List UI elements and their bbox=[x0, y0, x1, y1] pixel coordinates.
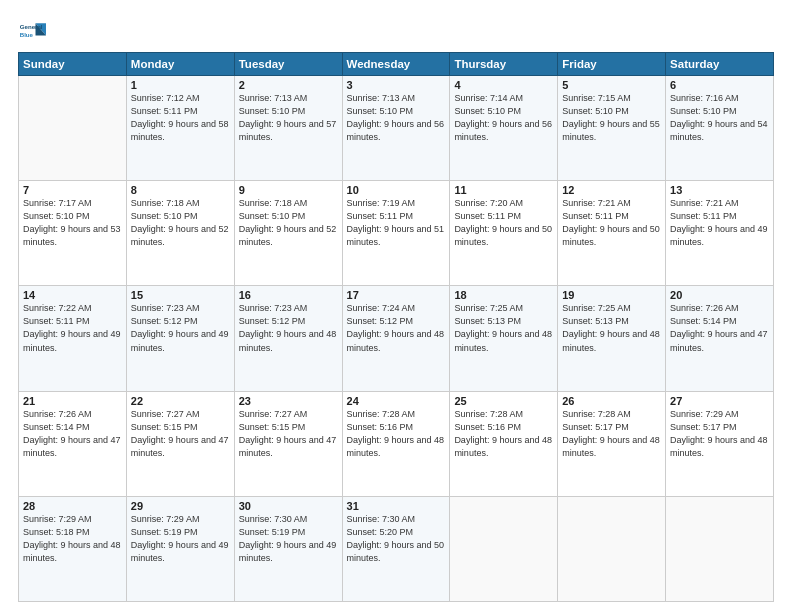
calendar-cell: 22Sunrise: 7:27 AMSunset: 5:15 PMDayligh… bbox=[126, 391, 234, 496]
calendar-cell: 14Sunrise: 7:22 AMSunset: 5:11 PMDayligh… bbox=[19, 286, 127, 391]
day-detail: Sunrise: 7:26 AMSunset: 5:14 PMDaylight:… bbox=[670, 302, 769, 354]
day-number: 19 bbox=[562, 289, 661, 301]
day-detail: Sunrise: 7:29 AMSunset: 5:19 PMDaylight:… bbox=[131, 513, 230, 565]
day-detail: Sunrise: 7:23 AMSunset: 5:12 PMDaylight:… bbox=[131, 302, 230, 354]
day-detail: Sunrise: 7:20 AMSunset: 5:11 PMDaylight:… bbox=[454, 197, 553, 249]
day-number: 17 bbox=[347, 289, 446, 301]
logo: General Blue bbox=[18, 18, 46, 46]
day-detail: Sunrise: 7:21 AMSunset: 5:11 PMDaylight:… bbox=[562, 197, 661, 249]
day-number: 26 bbox=[562, 395, 661, 407]
day-number: 31 bbox=[347, 500, 446, 512]
logo-icon: General Blue bbox=[18, 18, 46, 46]
day-detail: Sunrise: 7:14 AMSunset: 5:10 PMDaylight:… bbox=[454, 92, 553, 144]
day-number: 24 bbox=[347, 395, 446, 407]
calendar-cell: 25Sunrise: 7:28 AMSunset: 5:16 PMDayligh… bbox=[450, 391, 558, 496]
day-number: 2 bbox=[239, 79, 338, 91]
day-detail: Sunrise: 7:13 AMSunset: 5:10 PMDaylight:… bbox=[347, 92, 446, 144]
calendar-body: 1Sunrise: 7:12 AMSunset: 5:11 PMDaylight… bbox=[19, 76, 774, 602]
calendar-week-5: 28Sunrise: 7:29 AMSunset: 5:18 PMDayligh… bbox=[19, 496, 774, 601]
calendar-cell: 31Sunrise: 7:30 AMSunset: 5:20 PMDayligh… bbox=[342, 496, 450, 601]
day-detail: Sunrise: 7:30 AMSunset: 5:20 PMDaylight:… bbox=[347, 513, 446, 565]
day-detail: Sunrise: 7:25 AMSunset: 5:13 PMDaylight:… bbox=[562, 302, 661, 354]
calendar-cell: 1Sunrise: 7:12 AMSunset: 5:11 PMDaylight… bbox=[126, 76, 234, 181]
day-detail: Sunrise: 7:28 AMSunset: 5:17 PMDaylight:… bbox=[562, 408, 661, 460]
day-number: 7 bbox=[23, 184, 122, 196]
day-detail: Sunrise: 7:24 AMSunset: 5:12 PMDaylight:… bbox=[347, 302, 446, 354]
day-number: 20 bbox=[670, 289, 769, 301]
calendar-cell: 18Sunrise: 7:25 AMSunset: 5:13 PMDayligh… bbox=[450, 286, 558, 391]
day-detail: Sunrise: 7:16 AMSunset: 5:10 PMDaylight:… bbox=[670, 92, 769, 144]
calendar-cell bbox=[19, 76, 127, 181]
calendar-cell bbox=[666, 496, 774, 601]
day-number: 23 bbox=[239, 395, 338, 407]
weekday-header-row: SundayMondayTuesdayWednesdayThursdayFrid… bbox=[19, 53, 774, 76]
calendar-cell: 3Sunrise: 7:13 AMSunset: 5:10 PMDaylight… bbox=[342, 76, 450, 181]
day-detail: Sunrise: 7:30 AMSunset: 5:19 PMDaylight:… bbox=[239, 513, 338, 565]
day-number: 10 bbox=[347, 184, 446, 196]
day-detail: Sunrise: 7:29 AMSunset: 5:17 PMDaylight:… bbox=[670, 408, 769, 460]
day-detail: Sunrise: 7:13 AMSunset: 5:10 PMDaylight:… bbox=[239, 92, 338, 144]
calendar-table: SundayMondayTuesdayWednesdayThursdayFrid… bbox=[18, 52, 774, 602]
day-number: 27 bbox=[670, 395, 769, 407]
day-number: 3 bbox=[347, 79, 446, 91]
calendar-cell: 19Sunrise: 7:25 AMSunset: 5:13 PMDayligh… bbox=[558, 286, 666, 391]
day-number: 18 bbox=[454, 289, 553, 301]
svg-text:Blue: Blue bbox=[20, 31, 34, 38]
day-number: 4 bbox=[454, 79, 553, 91]
calendar-week-1: 1Sunrise: 7:12 AMSunset: 5:11 PMDaylight… bbox=[19, 76, 774, 181]
day-number: 28 bbox=[23, 500, 122, 512]
day-detail: Sunrise: 7:18 AMSunset: 5:10 PMDaylight:… bbox=[131, 197, 230, 249]
day-number: 29 bbox=[131, 500, 230, 512]
calendar-cell: 28Sunrise: 7:29 AMSunset: 5:18 PMDayligh… bbox=[19, 496, 127, 601]
day-number: 15 bbox=[131, 289, 230, 301]
calendar-cell: 4Sunrise: 7:14 AMSunset: 5:10 PMDaylight… bbox=[450, 76, 558, 181]
header: General Blue bbox=[18, 18, 774, 46]
day-number: 1 bbox=[131, 79, 230, 91]
day-detail: Sunrise: 7:23 AMSunset: 5:12 PMDaylight:… bbox=[239, 302, 338, 354]
day-detail: Sunrise: 7:22 AMSunset: 5:11 PMDaylight:… bbox=[23, 302, 122, 354]
day-number: 11 bbox=[454, 184, 553, 196]
day-detail: Sunrise: 7:28 AMSunset: 5:16 PMDaylight:… bbox=[347, 408, 446, 460]
calendar-cell: 24Sunrise: 7:28 AMSunset: 5:16 PMDayligh… bbox=[342, 391, 450, 496]
day-detail: Sunrise: 7:26 AMSunset: 5:14 PMDaylight:… bbox=[23, 408, 122, 460]
calendar-cell: 13Sunrise: 7:21 AMSunset: 5:11 PMDayligh… bbox=[666, 181, 774, 286]
day-number: 30 bbox=[239, 500, 338, 512]
calendar-cell: 16Sunrise: 7:23 AMSunset: 5:12 PMDayligh… bbox=[234, 286, 342, 391]
calendar-cell bbox=[558, 496, 666, 601]
weekday-header-tuesday: Tuesday bbox=[234, 53, 342, 76]
day-detail: Sunrise: 7:25 AMSunset: 5:13 PMDaylight:… bbox=[454, 302, 553, 354]
day-number: 5 bbox=[562, 79, 661, 91]
weekday-header-thursday: Thursday bbox=[450, 53, 558, 76]
calendar-week-2: 7Sunrise: 7:17 AMSunset: 5:10 PMDaylight… bbox=[19, 181, 774, 286]
calendar-cell: 7Sunrise: 7:17 AMSunset: 5:10 PMDaylight… bbox=[19, 181, 127, 286]
day-number: 8 bbox=[131, 184, 230, 196]
weekday-header-friday: Friday bbox=[558, 53, 666, 76]
calendar-cell: 21Sunrise: 7:26 AMSunset: 5:14 PMDayligh… bbox=[19, 391, 127, 496]
calendar-cell: 30Sunrise: 7:30 AMSunset: 5:19 PMDayligh… bbox=[234, 496, 342, 601]
day-number: 9 bbox=[239, 184, 338, 196]
calendar-cell bbox=[450, 496, 558, 601]
weekday-header-sunday: Sunday bbox=[19, 53, 127, 76]
calendar-week-4: 21Sunrise: 7:26 AMSunset: 5:14 PMDayligh… bbox=[19, 391, 774, 496]
calendar-cell: 17Sunrise: 7:24 AMSunset: 5:12 PMDayligh… bbox=[342, 286, 450, 391]
day-number: 16 bbox=[239, 289, 338, 301]
calendar-header: SundayMondayTuesdayWednesdayThursdayFrid… bbox=[19, 53, 774, 76]
day-number: 6 bbox=[670, 79, 769, 91]
calendar-cell: 10Sunrise: 7:19 AMSunset: 5:11 PMDayligh… bbox=[342, 181, 450, 286]
day-detail: Sunrise: 7:21 AMSunset: 5:11 PMDaylight:… bbox=[670, 197, 769, 249]
weekday-header-wednesday: Wednesday bbox=[342, 53, 450, 76]
svg-text:General: General bbox=[20, 23, 43, 30]
day-detail: Sunrise: 7:15 AMSunset: 5:10 PMDaylight:… bbox=[562, 92, 661, 144]
day-number: 22 bbox=[131, 395, 230, 407]
day-number: 21 bbox=[23, 395, 122, 407]
day-detail: Sunrise: 7:29 AMSunset: 5:18 PMDaylight:… bbox=[23, 513, 122, 565]
calendar-cell: 29Sunrise: 7:29 AMSunset: 5:19 PMDayligh… bbox=[126, 496, 234, 601]
day-detail: Sunrise: 7:18 AMSunset: 5:10 PMDaylight:… bbox=[239, 197, 338, 249]
day-number: 13 bbox=[670, 184, 769, 196]
day-number: 14 bbox=[23, 289, 122, 301]
page: General Blue SundayMondayTuesdayWednesda… bbox=[0, 0, 792, 612]
day-detail: Sunrise: 7:19 AMSunset: 5:11 PMDaylight:… bbox=[347, 197, 446, 249]
calendar-cell: 20Sunrise: 7:26 AMSunset: 5:14 PMDayligh… bbox=[666, 286, 774, 391]
day-detail: Sunrise: 7:12 AMSunset: 5:11 PMDaylight:… bbox=[131, 92, 230, 144]
calendar-cell: 15Sunrise: 7:23 AMSunset: 5:12 PMDayligh… bbox=[126, 286, 234, 391]
